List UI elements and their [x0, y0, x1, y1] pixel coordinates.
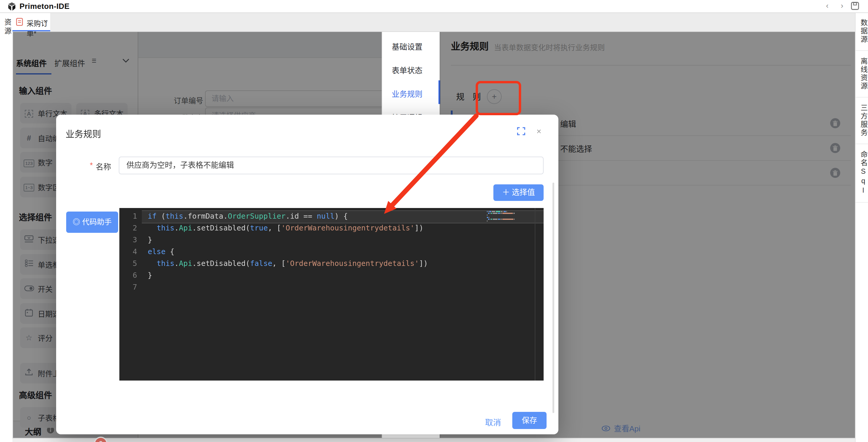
gutter-line-number: 4 — [119, 247, 137, 256]
fullscreen-icon[interactable] — [517, 127, 525, 135]
app-title: Primeton-IDE — [20, 2, 70, 11]
tab-close-icon[interactable]: × — [44, 18, 48, 25]
top-bar: Primeton-IDE ‹ › — [0, 0, 868, 13]
app-logo-icon — [7, 2, 17, 11]
code-line-6: } — [148, 271, 152, 280]
rule-name-label: 名称 — [96, 161, 111, 172]
sidebar-item-3[interactable]: 命名Sql — [856, 144, 868, 203]
sidebar-item-2[interactable]: 三方服务 — [856, 97, 868, 144]
code-line-2: this.Api.setDisabled(true, ['OrderWareho… — [148, 223, 423, 232]
required-asterisk: * — [90, 161, 93, 169]
gutter-line-number: 1 — [119, 212, 137, 220]
sidebar-item-1[interactable]: 离线资源 — [856, 51, 868, 97]
gutter-line-number: 7 — [119, 282, 137, 291]
gutter-line-number: 5 — [119, 259, 137, 268]
code-line-4: else { — [148, 247, 174, 256]
minimap-divider — [535, 208, 535, 381]
close-icon[interactable]: × — [536, 126, 541, 136]
business-rule-modal: 业务规则 × * 名称 供应商为空时，子表格不能编辑 ＋ 选择值 ◎ 代码助手 … — [56, 115, 558, 434]
code-line-3: } — [148, 235, 152, 244]
rule-name-input[interactable]: 供应商为空时，子表格不能编辑 — [119, 157, 544, 174]
gutter-line-number: 3 — [119, 235, 137, 244]
save-icon[interactable] — [851, 2, 859, 10]
tab-strip: 采购订单* × — [12, 12, 855, 32]
code-assistant-button[interactable]: ◎ 代码助手 — [66, 212, 118, 233]
status-strip — [12, 438, 855, 442]
sidebar-item-0[interactable]: 数据源 — [856, 12, 868, 51]
settings-menu-item-2[interactable]: 业务规则 — [392, 88, 423, 99]
code-line-5: this.Api.setDisabled(false, ['OrderWareh… — [148, 259, 428, 268]
document-icon — [16, 18, 23, 26]
settings-menu-item-1[interactable]: 表单状态 — [392, 64, 423, 76]
code-editor[interactable]: 1if (this.formData.OrderSupplier.id == n… — [119, 208, 544, 381]
app-window: Primeton-IDE ‹ › 资源 数据源离线资源三方服务命名Sql 采购订… — [0, 0, 868, 442]
gutter-line-number: 6 — [119, 271, 137, 280]
code-line-1: if (this.formData.OrderSupplier.id == nu… — [148, 212, 348, 220]
rail-item-resources[interactable]: 资源 — [2, 18, 12, 36]
cancel-button[interactable]: 取消 — [485, 416, 501, 428]
left-rail: 资源 — [0, 12, 13, 442]
tab-purchase-order[interactable]: 采购订单* × — [12, 12, 50, 31]
annotation-highlight-box — [476, 81, 521, 115]
gutter-line-number: 2 — [119, 223, 137, 232]
tab-active-indicator — [12, 30, 50, 31]
modal-title: 业务规则 — [66, 127, 101, 139]
settings-menu-item-0[interactable]: 基础设置 — [392, 41, 423, 52]
modal-scrollbar[interactable] — [553, 183, 554, 413]
right-sidebar: 数据源离线资源三方服务命名Sql — [855, 12, 868, 442]
nav-forward-button[interactable]: › — [837, 1, 847, 11]
nav-back-button[interactable]: ‹ — [823, 1, 832, 11]
select-value-button[interactable]: ＋ 选择值 — [493, 184, 544, 201]
save-button[interactable]: 保存 — [512, 412, 547, 429]
